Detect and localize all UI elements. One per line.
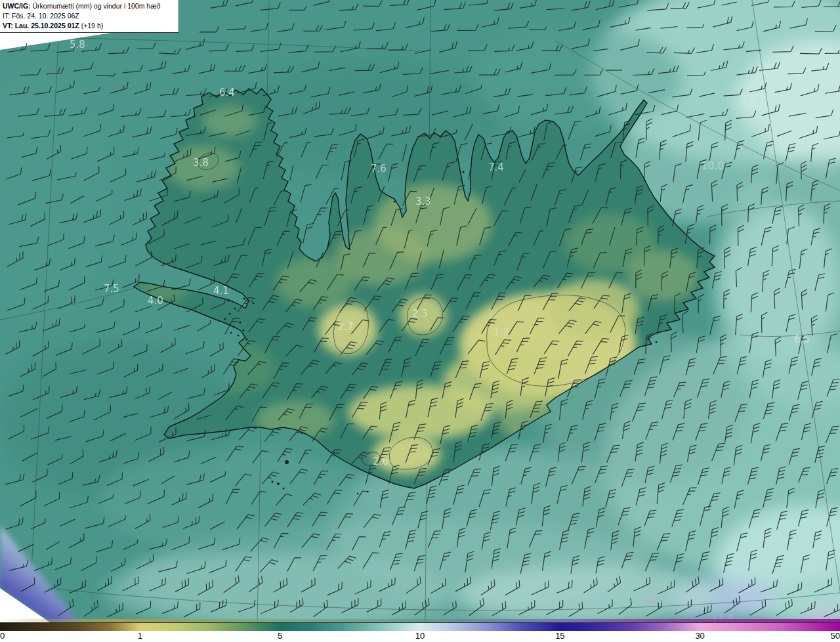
colorbar-tick: 1 xyxy=(138,631,142,641)
map-title-line: UWC/IG: Úrkomumætti (mm) og vindur i 100… xyxy=(3,1,178,11)
colorbar-tick: 30 xyxy=(695,631,704,641)
contour-value-label: 6.4 xyxy=(219,87,235,98)
contour-value-label: 7.5 xyxy=(741,94,757,106)
contour-value-label: 3.3 xyxy=(415,196,431,207)
model-name: UWC/IG: xyxy=(3,2,31,10)
contour-value-label: 5.8 xyxy=(70,39,85,51)
valid-time: VT: Lau. 25.10.2025 01Z xyxy=(3,22,79,30)
contour-value-label: 10.0 xyxy=(702,160,723,172)
contour-value-label: 10.7 xyxy=(643,593,665,605)
contour-value-label: 7.4 xyxy=(488,161,504,173)
colorbar-tick: 0 xyxy=(0,631,5,641)
precip-colorbar xyxy=(0,622,840,631)
colorbar-tick-labels: 01510153050 xyxy=(0,631,840,642)
contour-value-label: 6.5 xyxy=(794,333,810,345)
map-title-box: UWC/IG: Úrkomumætti (mm) og vindur i 100… xyxy=(0,0,179,33)
init-time-line: IT: Fös. 24. 10. 2025 06Z xyxy=(3,11,178,21)
contour-value-label: 1.8 xyxy=(494,326,509,338)
weather-map-page: 5.86.47.53.87.67.410.03.37.54.14.02.32.7… xyxy=(0,0,840,642)
weather-map: 5.86.47.53.87.67.410.03.37.54.14.02.32.7… xyxy=(0,0,840,622)
contour-value-label: 4.0 xyxy=(148,295,163,307)
colorbar-legend: 01510153050 xyxy=(0,622,840,642)
map-title: Úrkomumætti (mm) og vindur i 100m hæð xyxy=(31,2,161,10)
contour-value-label: 2.6 xyxy=(373,456,388,467)
colorbar-tick: 10 xyxy=(415,631,425,641)
contour-value-label: 4.1 xyxy=(213,285,229,297)
colorbar-tick: 5 xyxy=(278,631,282,641)
contour-value-label: 3.8 xyxy=(193,157,209,169)
colorbar-tick: 50 xyxy=(831,631,840,641)
contour-value-label: 7.5 xyxy=(104,283,119,295)
colorbar-tick: 15 xyxy=(555,631,564,641)
valid-time-line: VT: Lau. 25.10.2025 01Z (+19 h) xyxy=(3,21,178,31)
contour-value-label: 2.3 xyxy=(412,308,428,320)
contour-value-label: 7.6 xyxy=(371,163,387,175)
valid-offset: (+19 h) xyxy=(79,22,103,30)
contour-value-label: 2.7 xyxy=(338,321,354,333)
